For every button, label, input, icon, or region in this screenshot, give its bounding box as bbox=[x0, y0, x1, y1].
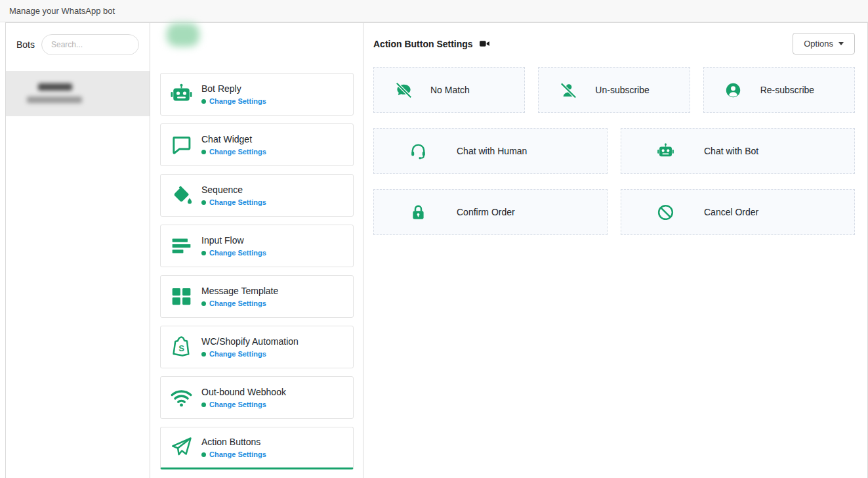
bot-search-input[interactable] bbox=[41, 34, 139, 55]
chat-bubble-icon bbox=[167, 131, 195, 159]
action-button-settings-panel: Action Button Settings Options No Match … bbox=[363, 23, 867, 478]
status-dot bbox=[201, 352, 206, 357]
change-settings-link[interactable]: Change Settings bbox=[209, 198, 266, 206]
change-settings-row: Change Settings bbox=[201, 198, 266, 206]
panel-title: Action Button Settings bbox=[373, 39, 473, 49]
menu-item[interactable]: Bot Reply Change Settings bbox=[160, 73, 354, 116]
panel-title-wrap: Action Button Settings bbox=[373, 38, 490, 49]
menu-item-text: Out-bound Webhook Change Settings bbox=[201, 387, 286, 408]
options-button[interactable]: Options bbox=[793, 33, 855, 54]
status-dot bbox=[201, 200, 206, 205]
action-button-card[interactable]: Cancel Order bbox=[621, 189, 855, 235]
status-dot bbox=[201, 402, 206, 407]
redacted-bot-number bbox=[27, 97, 82, 103]
menu-item-label: Action Buttons bbox=[201, 437, 266, 447]
menu-item[interactable]: Chat Widget Change Settings bbox=[160, 123, 354, 166]
action-button-card[interactable]: Un-subscribe bbox=[538, 67, 690, 113]
action-button-card[interactable]: Chat with Human bbox=[373, 128, 608, 174]
shopify-icon: S bbox=[167, 334, 195, 361]
change-settings-row: Change Settings bbox=[201, 97, 266, 105]
menu-item-text: Bot Reply Change Settings bbox=[201, 83, 266, 105]
ban-icon bbox=[655, 202, 675, 222]
status-dot bbox=[201, 251, 206, 255]
svg-text:S: S bbox=[178, 343, 184, 353]
menu-item[interactable]: Message Template Change Settings bbox=[160, 275, 354, 318]
action-button-card[interactable]: Confirm Order bbox=[373, 189, 608, 235]
user-circle-icon bbox=[724, 80, 743, 100]
menu-item-label: Sequence bbox=[201, 185, 266, 195]
panel-header: Action Button Settings Options bbox=[373, 33, 855, 54]
menu-item[interactable]: Sequence Change Settings bbox=[160, 174, 354, 217]
menu-item[interactable]: Input Flow Change Settings bbox=[160, 225, 354, 267]
action-button-card[interactable]: No Match bbox=[373, 67, 525, 113]
robot-icon bbox=[655, 141, 675, 161]
input-flow-icon bbox=[167, 232, 195, 260]
change-settings-row: Change Settings bbox=[201, 401, 286, 408]
topbar: Manage your WhatsApp bot bbox=[0, 0, 868, 22]
menu-item[interactable]: Action Buttons Change Settings bbox=[160, 427, 354, 469]
action-button-label: Chat with Human bbox=[457, 146, 527, 156]
action-button-label: Un-subscribe bbox=[595, 85, 649, 95]
change-settings-link[interactable]: Change Settings bbox=[209, 350, 266, 358]
menu-item-text: WC/Shopify Automation Change Settings bbox=[201, 336, 299, 358]
action-button-label: Re-subscribe bbox=[760, 85, 814, 95]
change-settings-link[interactable]: Change Settings bbox=[209, 401, 266, 408]
menu-item-text: Chat Widget Change Settings bbox=[201, 134, 266, 156]
change-settings-row: Change Settings bbox=[201, 450, 266, 458]
grid-icon bbox=[167, 283, 195, 311]
action-button-label: Chat with Bot bbox=[704, 146, 758, 156]
menu-item-text: Sequence Change Settings bbox=[201, 185, 266, 206]
change-settings-row: Change Settings bbox=[201, 148, 266, 156]
action-button-label: No Match bbox=[430, 85, 470, 95]
change-settings-link[interactable]: Change Settings bbox=[209, 97, 266, 105]
menu-item-label: Input Flow bbox=[201, 235, 266, 246]
action-button-card[interactable]: Chat with Bot bbox=[621, 128, 855, 174]
menu-item-text: Message Template Change Settings bbox=[201, 286, 278, 307]
fill-drip-icon bbox=[167, 182, 195, 209]
bot-list-item-selected[interactable] bbox=[6, 71, 150, 116]
menu-item-text: Input Flow Change Settings bbox=[201, 235, 266, 257]
comment-slash-icon bbox=[394, 80, 413, 100]
bots-panel-header: Bots bbox=[6, 23, 150, 55]
menu-item-label: WC/Shopify Automation bbox=[201, 336, 299, 347]
status-dot bbox=[201, 99, 206, 104]
change-settings-link[interactable]: Change Settings bbox=[209, 249, 266, 257]
status-dot bbox=[201, 452, 206, 457]
menu-item-text: Action Buttons Change Settings bbox=[201, 437, 266, 458]
status-dot bbox=[201, 301, 206, 306]
menu-item-label: Bot Reply bbox=[201, 83, 266, 94]
headset-icon bbox=[408, 141, 428, 161]
action-button-card[interactable]: Re-subscribe bbox=[703, 67, 855, 113]
menu-item-label: Chat Widget bbox=[201, 134, 266, 144]
change-settings-row: Change Settings bbox=[201, 249, 266, 257]
action-button-label: Cancel Order bbox=[704, 207, 758, 217]
action-button-row: Chat with Human Chat with Bot bbox=[373, 128, 855, 174]
options-button-label: Options bbox=[804, 39, 833, 49]
change-settings-link[interactable]: Change Settings bbox=[209, 450, 266, 458]
change-settings-row: Change Settings bbox=[201, 350, 299, 358]
status-dot bbox=[201, 150, 206, 154]
action-button-row: No Match Un-subscribe Re-subscribe bbox=[373, 67, 855, 113]
redacted-bot-avatar bbox=[167, 23, 199, 47]
video-camera-icon[interactable] bbox=[479, 38, 490, 49]
menu-list: Bot Reply Change Settings Chat Widget Ch… bbox=[160, 73, 354, 469]
paper-plane-icon bbox=[167, 434, 195, 462]
menu-item-label: Message Template bbox=[201, 286, 278, 296]
action-button-row: Confirm Order Cancel Order bbox=[373, 189, 855, 235]
redacted-bot-name bbox=[38, 83, 72, 91]
menu-item-label: Out-bound Webhook bbox=[201, 387, 286, 397]
bots-panel-title: Bots bbox=[16, 39, 35, 50]
change-settings-link[interactable]: Change Settings bbox=[209, 299, 266, 307]
user-slash-icon bbox=[558, 80, 578, 100]
bots-panel: Bots bbox=[6, 23, 150, 478]
change-settings-link[interactable]: Change Settings bbox=[209, 148, 266, 156]
bot-settings-menu: Bot Reply Change Settings Chat Widget Ch… bbox=[150, 23, 363, 478]
action-button-label: Confirm Order bbox=[457, 207, 515, 217]
menu-item[interactable]: S WC/Shopify Automation Change Settings bbox=[160, 326, 354, 368]
menu-item[interactable]: Out-bound Webhook Change Settings bbox=[160, 376, 354, 419]
wifi-icon bbox=[167, 384, 195, 412]
page-title: Manage your WhatsApp bot bbox=[9, 6, 115, 16]
change-settings-row: Change Settings bbox=[201, 299, 278, 307]
lock-icon bbox=[408, 202, 428, 222]
action-rows: No Match Un-subscribe Re-subscribe Chat … bbox=[373, 67, 855, 235]
